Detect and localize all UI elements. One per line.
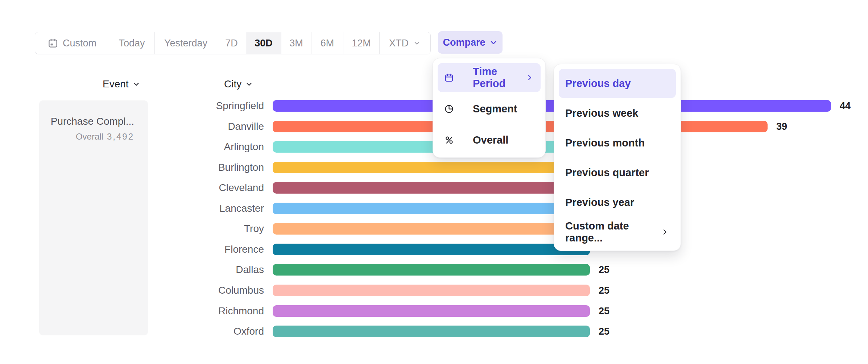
chevron-right-icon [525, 73, 534, 82]
city-label: Florence [138, 239, 264, 260]
menu-item-previous-day[interactable]: Previous day [559, 69, 676, 98]
chart-row-dallas: Dallas25 [0, 260, 868, 280]
city-label: Lancaster [138, 198, 264, 219]
bar-springfield[interactable] [273, 100, 831, 112]
bar-columbus[interactable] [273, 285, 590, 296]
bar-florence[interactable] [273, 244, 590, 255]
city-label: Oxford [138, 321, 264, 342]
time-period-submenu: Previous dayPrevious weekPrevious monthP… [554, 64, 681, 251]
compare-menu: Time PeriodSegmentOverall [433, 58, 546, 158]
city-label: Danville [138, 116, 264, 137]
menu-item-custom-date-range[interactable]: Custom date range... [559, 218, 676, 247]
city-label: Troy [138, 219, 264, 239]
city-label: Richmond [138, 301, 264, 321]
menu-item-label: Previous month [565, 137, 645, 149]
chart-row-oxford: Oxford25 [0, 321, 868, 342]
bar-oxford[interactable] [273, 326, 590, 337]
menu-item-label: Overall [473, 134, 508, 146]
bar-richmond[interactable] [273, 305, 590, 317]
menu-item-previous-year[interactable]: Previous year [559, 188, 676, 217]
value-label: 25 [599, 321, 609, 342]
calendar-icon [444, 73, 454, 83]
chart-row-lancaster: Lancaster [0, 198, 868, 219]
chart-row-richmond: Richmond25 [0, 301, 868, 321]
menu-item-previous-month[interactable]: Previous month [559, 128, 676, 157]
chart-row-burlington: Burlington [0, 157, 868, 178]
menu-item-label: Custom date range... [565, 220, 661, 244]
value-label: 44 [840, 96, 851, 116]
menu-item-label: Time Period [473, 66, 507, 90]
bar-troy[interactable] [273, 223, 603, 235]
city-label: Springfield [138, 96, 264, 116]
bar-dallas[interactable] [273, 264, 590, 276]
chart-row-troy: Troy [0, 219, 868, 239]
menu-item-label: Previous quarter [565, 167, 649, 179]
value-label: 25 [599, 301, 609, 321]
chart-row-columbus: Columbus25 [0, 280, 868, 301]
menu-item-previous-quarter[interactable]: Previous quarter [559, 158, 676, 187]
city-label: Cleveland [138, 178, 264, 198]
menu-item-label: Segment [473, 103, 517, 115]
insights-report-canvas: CustomTodayYesterday7D30D3M6M12MXTD Comp… [0, 0, 868, 364]
percent-icon [444, 135, 454, 145]
menu-item-previous-week[interactable]: Previous week [559, 99, 676, 128]
city-label: Burlington [138, 157, 264, 178]
menu-item-label: Previous day [565, 78, 631, 90]
chart-row-florence: Florence [0, 239, 868, 260]
menu-item-label: Previous year [565, 197, 634, 208]
bar-chart: Springfield44Danville39ArlingtonBurlingt… [0, 0, 868, 364]
chevron-right-icon [661, 228, 669, 236]
menu-item-segment[interactable]: Segment [438, 94, 541, 123]
menu-item-time-period[interactable]: Time Period [438, 63, 541, 92]
city-label: Columbus [138, 280, 264, 301]
menu-item-label: Previous week [565, 107, 638, 119]
value-label: 39 [776, 116, 787, 137]
menu-item-overall[interactable]: Overall [438, 125, 541, 154]
value-label: 25 [599, 280, 609, 301]
segment-icon [444, 104, 454, 114]
city-label: Arlington [138, 137, 264, 157]
chart-row-cleveland: Cleveland [0, 178, 868, 198]
value-label: 25 [599, 260, 609, 280]
city-label: Dallas [138, 260, 264, 280]
